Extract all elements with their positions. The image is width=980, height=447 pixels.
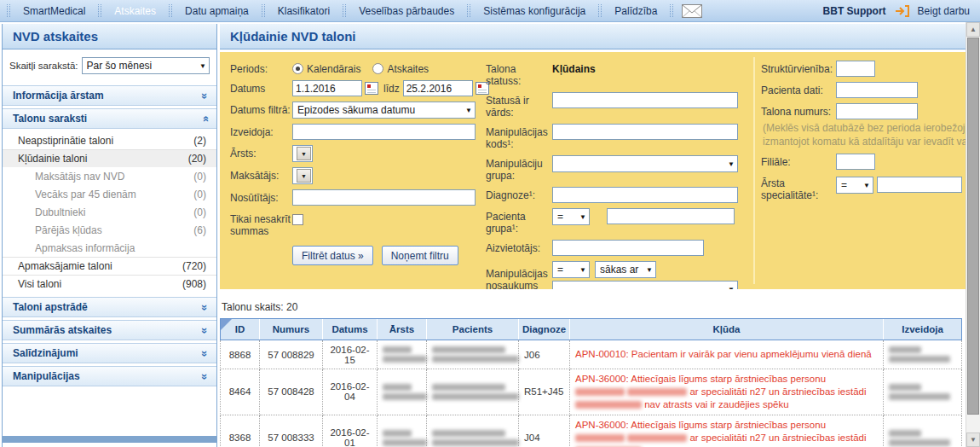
- calendar-icon[interactable]: [365, 82, 378, 95]
- column-header-numurs[interactable]: Numurs: [260, 319, 323, 340]
- manip-nosaukums-select[interactable]: ▼: [552, 281, 738, 289]
- scroll-down-button[interactable]: ▼: [966, 432, 980, 447]
- filter-button[interactable]: Filtrēt datus »: [292, 246, 373, 265]
- table-row[interactable]: 886857 0088292016-02-15J06APN-00010: Pac…: [221, 340, 962, 369]
- column-header-id[interactable]: ID: [221, 319, 260, 340]
- sidebar-item-apmaksas-informācija[interactable]: Apmaksas informācija: [3, 239, 216, 257]
- sidebar-section-taloni-apstrādē[interactable]: Taloni apstrādē»: [3, 297, 216, 317]
- sidebar-section-summārās-atskaites[interactable]: Summārās atskaites»: [3, 320, 216, 340]
- menu-item-atskaites[interactable]: Atskaites: [103, 5, 167, 17]
- column-header-kļūda[interactable]: Kļūda: [570, 319, 884, 340]
- column-header-ārsts[interactable]: Ārsts: [378, 319, 427, 340]
- clear-filter-button[interactable]: Noņemt filtru: [382, 246, 458, 265]
- redacted-text: [889, 439, 950, 446]
- date-filter-select[interactable]: Epizodes sākuma datumu ▼: [292, 102, 476, 119]
- menu-item-smartmedical[interactable]: SmartMedical: [12, 5, 96, 17]
- column-header-diagnoze[interactable]: Diagnoze: [519, 319, 570, 340]
- chevron-down-icon: »: [199, 304, 211, 310]
- radio-atskaites[interactable]: [372, 63, 383, 74]
- aizvietotajs-input[interactable]: [552, 240, 704, 256]
- sidebar-sections-top: Informācija ārstam»Talonu saraksti»: [3, 85, 216, 129]
- table-row[interactable]: 846457 0084282016-02-04R51+J45APN-36000:…: [221, 369, 962, 415]
- application-window: SmartMedicalAtskaitesDatu apmaiņaKlasifi…: [0, 0, 980, 447]
- struktur-input[interactable]: [836, 61, 875, 77]
- sidebar-item-pārējās-kļūdas[interactable]: Pārējās kļūdas(6): [3, 221, 216, 239]
- radio-atskaites-label[interactable]: Atskaites: [387, 61, 441, 75]
- menu-item-sistēmas-konfigurācija[interactable]: Sistēmas konfigurācija: [472, 5, 597, 17]
- date-from-input[interactable]: [292, 80, 362, 96]
- logout-icon[interactable]: [895, 5, 909, 17]
- table-row[interactable]: 836857 0083332016-02-01J04APN-36000: Att…: [221, 415, 962, 447]
- manip-kods-input[interactable]: [552, 124, 738, 140]
- sidebar-section-manipulācijas[interactable]: Manipulācijas»: [3, 366, 216, 386]
- arsta-spec-op-select[interactable]: = ▼: [836, 177, 873, 194]
- operator-value: =: [557, 264, 563, 276]
- sakas-ar-select[interactable]: sākas ar ▼: [595, 261, 656, 278]
- sidebar-section-salīdzinājumi[interactable]: Salīdzinājumi»: [3, 343, 216, 363]
- sidebar-section-label: Summārās atskaites: [13, 324, 112, 336]
- scrollbar-track[interactable]: [966, 415, 980, 432]
- tikai-nesakrit-checkbox[interactable]: [292, 214, 303, 225]
- column-header-pacients[interactable]: Pacients: [427, 319, 519, 340]
- izveidoja-input[interactable]: [292, 124, 476, 140]
- sidebar-item-label: Vecāks par 45 dienām: [35, 189, 136, 200]
- chevron-down-icon: ▼: [196, 62, 206, 70]
- sidebar-item-neapstiprinātie-taloni[interactable]: Neapstiprinātie taloni(2): [3, 131, 216, 149]
- diagnoze-input[interactable]: [552, 187, 738, 203]
- sidebar-item-kļūdainie-taloni[interactable]: Kļūdainie taloni(20): [3, 149, 216, 167]
- sidebar-item-apmaksājamie-taloni[interactable]: Apmaksājamie taloni(720): [3, 257, 216, 275]
- cell-pacients-redacted: [427, 340, 519, 369]
- support-label[interactable]: BBT Support: [823, 5, 886, 17]
- scroll-up-button[interactable]: ▲: [966, 22, 980, 37]
- column-header-label: Izveidoja: [902, 324, 943, 334]
- scope-select[interactable]: Par šo mēnesi ▼: [82, 57, 210, 74]
- cell-diagnoze: J06: [519, 340, 570, 369]
- sidebar-item-label: Pārējās kļūdas: [35, 224, 102, 236]
- menu-item-veselības-pārbaudes[interactable]: Veselības pārbaudes: [348, 5, 465, 17]
- sidebar-item-vecāks-par-45-dienām[interactable]: Vecāks par 45 dienām(0): [3, 185, 216, 203]
- arsts-combo[interactable]: ▼: [292, 145, 313, 162]
- date-to-input[interactable]: [403, 80, 473, 96]
- pacienta-grupa-input[interactable]: [607, 208, 735, 224]
- cell-numurs: 57 008829: [260, 340, 323, 369]
- sakas-ar-value: sākas ar: [600, 264, 638, 276]
- sidebar-item-dubultnieki[interactable]: Dubultnieki(0): [3, 203, 216, 221]
- menu-separator: [98, 4, 101, 17]
- chevron-up-icon: »: [199, 115, 211, 121]
- mail-icon[interactable]: [682, 4, 702, 18]
- filiale-input[interactable]: [836, 154, 875, 170]
- radio-kalendarais[interactable]: [292, 63, 303, 74]
- sidebar-item-maksātājs-nav-nvd[interactable]: Maksātājs nav NVD(0): [3, 167, 216, 185]
- error-text: APN-36000: Attiecīgais līgums starp ārst…: [575, 374, 826, 384]
- search-note: (Meklēs visā datubāzē bez perioda ierobe…: [763, 122, 966, 148]
- nosutitajs-input[interactable]: [292, 189, 476, 206]
- menu-item-klasifikatori[interactable]: Klasifikatori: [267, 5, 341, 17]
- scrollbar-thumb[interactable]: [967, 38, 979, 415]
- menu-separator: [169, 4, 172, 17]
- column-header-label: Ārsts: [389, 324, 414, 334]
- manip-grupa-select[interactable]: ▼: [552, 155, 738, 172]
- chevron-down-icon: ▼: [576, 213, 586, 221]
- result-count: Talonu skaits: 20: [222, 301, 966, 313]
- scope-filter-row: Skaitļi sarakstā: Par šo mēnesi ▼: [3, 49, 216, 83]
- cell-numurs: 57 008428: [260, 369, 323, 415]
- manip-nosaukums-op-select[interactable]: = ▼: [552, 261, 590, 278]
- error-text: APN-36000: Attiecīgais līgums starp ārst…: [575, 420, 826, 430]
- menu-item-datu-apmaiņa[interactable]: Datu apmaiņa: [174, 5, 260, 17]
- arsta-spec-input[interactable]: [877, 177, 962, 193]
- sidebar-item-visi-taloni[interactable]: Visi taloni(908): [3, 275, 216, 293]
- pacienta-grupa-op-select[interactable]: = ▼: [552, 208, 590, 225]
- sidebar-section-talonu-saraksti[interactable]: Talonu saraksti»: [3, 108, 216, 129]
- maksatajs-combo[interactable]: ▼: [292, 167, 313, 184]
- radio-kalendarais-label[interactable]: Kalendārais: [307, 61, 372, 75]
- menu-item-palīdzība[interactable]: Palīdzība: [603, 5, 668, 17]
- statusa-input[interactable]: [552, 92, 738, 108]
- talona-numurs-input[interactable]: [836, 103, 918, 119]
- sidebar-section-informācija-ārstam[interactable]: Informācija ārstam»: [3, 85, 216, 106]
- pacienta-dati-input[interactable]: [836, 82, 918, 98]
- cell-datums: 2016-02-04: [323, 369, 378, 415]
- cell-arsts-redacted: [378, 369, 427, 415]
- logout-button[interactable]: Beigt darbu: [918, 5, 970, 17]
- column-header-datums[interactable]: Datums: [323, 319, 378, 340]
- column-header-izveidoja[interactable]: Izveidoja: [884, 319, 962, 340]
